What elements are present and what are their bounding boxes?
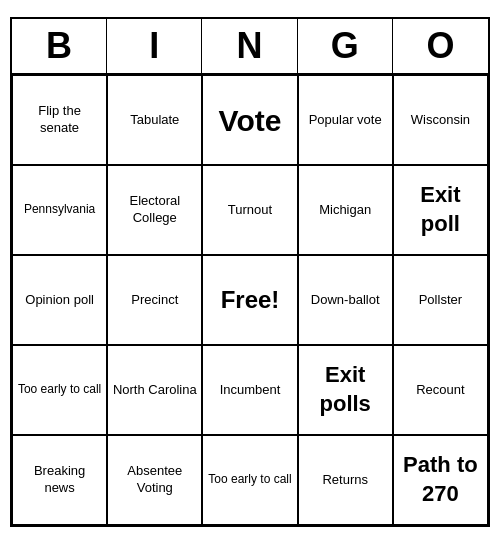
bingo-cell-10: Opinion poll [12,255,107,345]
bingo-cell-6: Electoral College [107,165,202,255]
bingo-cell-18: Exit polls [298,345,393,435]
bingo-cell-12: Free! [202,255,297,345]
bingo-cell-24: Path to 270 [393,435,488,525]
bingo-cell-8: Michigan [298,165,393,255]
bingo-cell-11: Precinct [107,255,202,345]
bingo-letter-b: B [12,19,107,73]
bingo-cell-4: Wisconsin [393,75,488,165]
bingo-cell-14: Pollster [393,255,488,345]
bingo-cell-21: Absentee Voting [107,435,202,525]
bingo-cell-15: Too early to call [12,345,107,435]
bingo-cell-23: Returns [298,435,393,525]
bingo-cell-0: Flip the senate [12,75,107,165]
bingo-header: BINGO [12,19,488,75]
bingo-cell-22: Too early to call [202,435,297,525]
bingo-card: BINGO Flip the senateTabulateVotePopular… [10,17,490,527]
bingo-cell-3: Popular vote [298,75,393,165]
bingo-letter-n: N [202,19,297,73]
bingo-cell-13: Down-ballot [298,255,393,345]
bingo-cell-2: Vote [202,75,297,165]
bingo-cell-17: Incumbent [202,345,297,435]
bingo-cell-16: North Carolina [107,345,202,435]
bingo-letter-i: I [107,19,202,73]
bingo-cell-20: Breaking news [12,435,107,525]
bingo-cell-7: Turnout [202,165,297,255]
bingo-letter-g: G [298,19,393,73]
bingo-grid: Flip the senateTabulateVotePopular voteW… [12,75,488,525]
bingo-letter-o: O [393,19,488,73]
bingo-cell-1: Tabulate [107,75,202,165]
bingo-cell-9: Exit poll [393,165,488,255]
bingo-cell-19: Recount [393,345,488,435]
bingo-cell-5: Pennsylvania [12,165,107,255]
